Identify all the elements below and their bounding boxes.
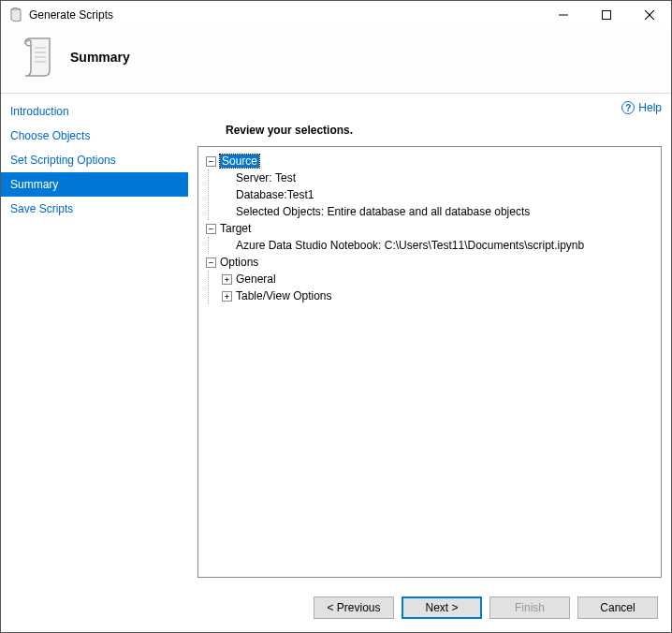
sidebar-item-label: Summary	[10, 178, 58, 191]
server-label: Server:	[236, 171, 272, 184]
database-label: Database:	[236, 188, 287, 201]
sidebar-item-scripting-options[interactable]: Set Scripting Options	[1, 148, 188, 172]
tree-label-target[interactable]: Target	[220, 222, 251, 235]
collapse-icon[interactable]: −	[206, 224, 216, 234]
window-controls	[542, 1, 671, 29]
tree-node-source: − Source Server: Test Database: Test1	[202, 153, 657, 220]
sidebar-item-save-scripts[interactable]: Save Scripts	[1, 197, 188, 221]
sidebar-item-introduction[interactable]: Introduction	[1, 99, 188, 124]
tree-row-database[interactable]: Database: Test1	[218, 186, 657, 203]
general-label: General	[236, 272, 276, 286]
server-value: Test	[275, 171, 296, 184]
svg-rect-1	[603, 11, 611, 20]
finish-button: Finish	[489, 596, 570, 619]
sidebar-item-label: Introduction	[10, 105, 69, 118]
tree-row-tableview[interactable]: + Table/View Options	[218, 287, 657, 304]
wizard-sidebar: Introduction Choose Objects Set Scriptin…	[1, 94, 188, 587]
tree-row-general[interactable]: + General	[218, 271, 657, 287]
maximize-button[interactable]	[585, 1, 628, 29]
tree-label-options[interactable]: Options	[220, 256, 258, 269]
notebook-label: Azure Data Studio Notebook:	[236, 239, 381, 252]
main-area: Introduction Choose Objects Set Scriptin…	[1, 94, 671, 587]
next-button[interactable]: Next >	[402, 596, 482, 619]
minimize-button[interactable]	[542, 1, 585, 29]
tree-node-options: − Options + General + Table/View Options	[202, 254, 657, 304]
expand-icon[interactable]: +	[222, 291, 232, 302]
selected-objects-value: Entire database and all database objects	[327, 205, 530, 218]
previous-button[interactable]: < Previous	[314, 596, 394, 619]
notebook-value: C:\Users\Test11\Documents\script.ipynb	[385, 239, 584, 252]
close-button[interactable]	[628, 1, 671, 29]
help-row: ? Help	[197, 101, 662, 114]
expand-icon[interactable]: +	[222, 274, 232, 285]
tree-row-selected-objects[interactable]: Selected Objects: Entire database and al…	[218, 203, 657, 220]
page-title: Summary	[70, 50, 130, 65]
content-panel: ? Help Review your selections. − Source …	[188, 94, 671, 587]
collapse-icon[interactable]: −	[206, 258, 216, 268]
tree-row-server[interactable]: Server: Test	[218, 169, 657, 186]
sidebar-item-label: Set Scripting Options	[10, 154, 116, 167]
tree-row-notebook[interactable]: Azure Data Studio Notebook: C:\Users\Tes…	[218, 237, 657, 254]
review-heading: Review your selections.	[226, 124, 662, 137]
tableview-label: Table/View Options	[236, 289, 332, 302]
collapse-icon[interactable]: −	[206, 156, 216, 167]
window-title: Generate Scripts	[29, 8, 113, 22]
sidebar-item-label: Choose Objects	[10, 129, 90, 142]
help-link[interactable]: Help	[638, 101, 662, 114]
wizard-header: Summary	[1, 29, 671, 94]
app-icon	[8, 7, 23, 22]
sidebar-item-label: Save Scripts	[10, 202, 73, 215]
sidebar-item-choose-objects[interactable]: Choose Objects	[1, 124, 188, 148]
database-value: Test1	[287, 188, 314, 201]
help-icon: ?	[621, 101, 635, 114]
summary-tree[interactable]: − Source Server: Test Database: Test1	[197, 146, 662, 578]
selected-objects-label: Selected Objects:	[236, 205, 324, 218]
wizard-footer: < Previous Next > Finish Cancel	[1, 587, 671, 632]
script-icon	[20, 38, 57, 76]
sidebar-item-summary[interactable]: Summary	[1, 172, 188, 197]
tree-node-target: − Target Azure Data Studio Notebook: C:\…	[202, 220, 657, 254]
titlebar: Generate Scripts	[1, 1, 671, 29]
cancel-button[interactable]: Cancel	[577, 596, 658, 619]
tree-label-source[interactable]: Source	[220, 155, 259, 168]
